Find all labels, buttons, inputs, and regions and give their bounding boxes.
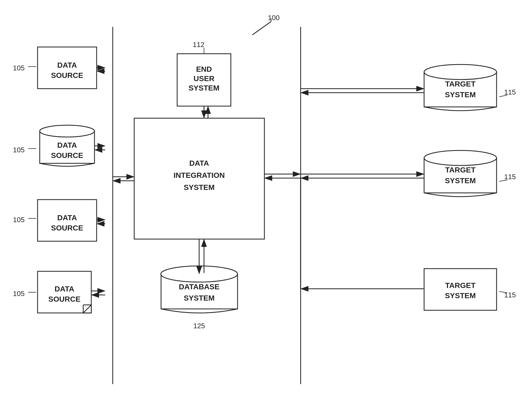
data-integration-label2: INTEGRATION bbox=[174, 171, 225, 179]
data-source-1-label2: SOURCE bbox=[51, 71, 83, 80]
svg-line-0 bbox=[252, 21, 271, 35]
data-source-3-label2: SOURCE bbox=[51, 224, 83, 232]
data-source-4-label2: SOURCE bbox=[48, 295, 81, 303]
database-label2: SYSTEM bbox=[184, 294, 214, 302]
target-1-label1: TARGET bbox=[445, 80, 475, 88]
target-1-label2: SYSTEM bbox=[445, 91, 476, 99]
data-source-2-bottom bbox=[40, 163, 94, 166]
target-1-top bbox=[424, 64, 497, 80]
target-2-top bbox=[424, 150, 497, 165]
data-source-4-label1: DATA bbox=[54, 285, 74, 293]
data-source-1-label1: DATA bbox=[57, 61, 77, 69]
target-2-label1: TARGET bbox=[445, 166, 475, 174]
ref-115-1: 115 bbox=[504, 88, 516, 96]
database-label1: DATABASE bbox=[179, 283, 219, 291]
data-integration-label3: SYSTEM bbox=[184, 183, 214, 192]
ref-105-3: 105 bbox=[13, 216, 24, 224]
data-integration-label1: DATA bbox=[189, 159, 209, 167]
data-source-2-top bbox=[40, 125, 94, 137]
target-3-label2: SYSTEM bbox=[445, 291, 476, 300]
ref-115-2: 115 bbox=[504, 173, 516, 181]
end-user-label3: SYSTEM bbox=[188, 84, 219, 92]
ref-105-2: 105 bbox=[13, 146, 24, 154]
ref-105-1: 105 bbox=[13, 64, 24, 72]
ref-100: 100 bbox=[268, 14, 279, 22]
diagram-container: 100 105 DATA SOURCE 105 DATA SOURCE 105 … bbox=[0, 0, 532, 411]
ref-105-4: 105 bbox=[13, 290, 24, 298]
ref-125: 125 bbox=[193, 322, 205, 330]
target-3-label1: TARGET bbox=[445, 281, 475, 290]
data-source-3-label1: DATA bbox=[57, 214, 77, 222]
target-2-bottom bbox=[424, 193, 497, 197]
end-user-label1: END bbox=[196, 65, 212, 73]
database-bottom bbox=[161, 309, 238, 313]
ref-115-3: 115 bbox=[504, 291, 516, 299]
target-1-bottom bbox=[424, 107, 497, 111]
ref-112: 112 bbox=[193, 41, 204, 49]
target-2-label2: SYSTEM bbox=[445, 176, 476, 185]
data-source-2-label2: SOURCE bbox=[51, 151, 83, 160]
end-user-label2: USER bbox=[194, 74, 214, 83]
data-source-2-label1: DATA bbox=[57, 141, 77, 149]
